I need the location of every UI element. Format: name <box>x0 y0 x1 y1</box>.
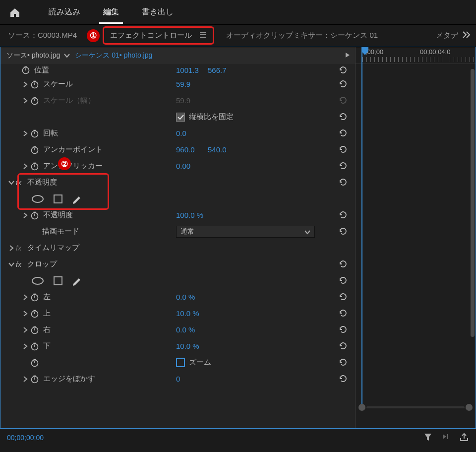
stopwatch-icon[interactable] <box>29 375 40 384</box>
ellipse-mask-icon[interactable] <box>31 276 44 285</box>
timeline-ruler[interactable]: ;00;00 00;00;04;0 <box>356 47 476 64</box>
chevron-right-icon[interactable] <box>20 310 29 318</box>
prop-crop-right-val[interactable]: 0.0 % <box>176 325 195 334</box>
reset-icon[interactable] <box>338 226 347 237</box>
prop-rotation-val[interactable]: 0.0 <box>176 129 186 137</box>
playhead-icon[interactable] <box>361 47 368 64</box>
stopwatch-icon[interactable] <box>29 211 40 220</box>
chevron-down-icon[interactable] <box>6 179 15 187</box>
reset-icon[interactable] <box>338 341 347 351</box>
stopwatch-icon[interactable] <box>29 145 40 154</box>
reset-icon[interactable] <box>338 79 347 89</box>
prop-crop-top-label: 上 <box>43 309 51 318</box>
prop-crop-bottom-val[interactable]: 10.0 % <box>176 342 199 350</box>
reset-icon[interactable] <box>338 324 347 335</box>
prop-antiflicker-val[interactable]: 0.00 <box>176 162 190 170</box>
ellipse-mask-icon[interactable] <box>31 194 44 203</box>
reset-icon[interactable] <box>338 112 347 122</box>
rect-mask-icon[interactable] <box>53 194 63 204</box>
fx-icon[interactable] <box>15 260 26 268</box>
chevron-down-icon[interactable] <box>6 260 15 268</box>
stopwatch-icon[interactable] <box>29 309 40 318</box>
prop-rotation: 回転 0.0 <box>0 125 355 141</box>
vertical-scrollbar[interactable] <box>471 69 475 337</box>
prop-position-x[interactable]: 1001.3 <box>176 66 199 74</box>
tab-export[interactable]: 書き出し <box>138 1 178 24</box>
panel-overflow-icon[interactable] <box>462 30 471 41</box>
reset-icon[interactable] <box>338 210 347 220</box>
panel-tab-source[interactable]: ソース：C0003.MP4 <box>8 31 77 40</box>
stopwatch-icon[interactable] <box>29 342 40 351</box>
pen-mask-icon[interactable] <box>72 275 83 286</box>
tab-edit[interactable]: 編集 <box>99 1 123 24</box>
stopwatch-icon[interactable] <box>29 80 40 89</box>
horizontal-scrollbar[interactable] <box>358 404 473 410</box>
fx-icon[interactable] <box>15 179 26 187</box>
prop-opacity-label: 不透明度 <box>43 210 73 220</box>
prop-anchor-y[interactable]: 540.0 <box>208 145 227 154</box>
stopwatch-icon[interactable] <box>20 65 31 74</box>
prop-opacity-val[interactable]: 100.0 % <box>176 211 203 219</box>
chevron-right-icon[interactable] <box>20 326 29 334</box>
panel-menu-icon[interactable] <box>199 31 207 40</box>
sequence-link[interactable]: シーケンス 01• photo.jpg <box>75 51 152 60</box>
prop-crop-left-val[interactable]: 0.0 % <box>176 293 195 301</box>
chevron-right-icon[interactable] <box>20 342 29 350</box>
prop-antiflicker: アンチフリッカー 0.00 <box>0 158 355 174</box>
zoom-checkbox[interactable] <box>176 358 185 367</box>
play-icon[interactable] <box>344 51 351 61</box>
filter-icon[interactable] <box>423 432 432 444</box>
prop-position-y[interactable]: 566.7 <box>208 66 227 74</box>
prop-scale-val[interactable]: 59.9 <box>176 80 190 88</box>
chevron-right-icon[interactable] <box>20 129 29 137</box>
reset-icon[interactable] <box>338 177 347 188</box>
pen-mask-icon[interactable] <box>72 194 83 204</box>
chevron-right-icon[interactable] <box>20 80 29 88</box>
chevron-right-icon[interactable] <box>6 244 15 252</box>
share-icon[interactable] <box>459 432 469 444</box>
reset-icon[interactable] <box>338 275 347 286</box>
reset-icon[interactable] <box>338 259 347 269</box>
clip-sequence-header: ソース• photo.jpg シーケンス 01• photo.jpg <box>0 47 355 64</box>
stopwatch-icon[interactable] <box>29 129 40 138</box>
reset-icon[interactable] <box>338 292 347 302</box>
stopwatch-icon[interactable] <box>29 293 40 302</box>
stopwatch-icon[interactable] <box>29 358 40 367</box>
crop-mask-tools <box>0 272 355 289</box>
timecode-display[interactable]: 00;00;00;00 <box>7 434 44 442</box>
home-icon[interactable] <box>0 7 30 18</box>
chevron-right-icon[interactable] <box>20 375 29 383</box>
reset-icon[interactable] <box>338 308 347 319</box>
reset-icon[interactable] <box>338 161 347 171</box>
prop-crop-zoom-label: ズーム <box>189 358 211 367</box>
prop-crop-zoom: ズーム <box>0 354 355 371</box>
chevron-right-icon[interactable] <box>20 293 29 301</box>
reset-icon[interactable] <box>338 144 347 155</box>
section-opacity: 不透明度 <box>0 174 355 191</box>
panel-tab-metadata[interactable]: メタデ <box>436 31 458 40</box>
reset-icon[interactable] <box>338 374 347 384</box>
lock-aspect-checkbox[interactable] <box>176 113 185 122</box>
blend-mode-dropdown[interactable]: 通常 <box>176 226 315 238</box>
panel-tab-audio-mixer[interactable]: オーディオクリップミキサー：シーケンス 01 <box>226 31 378 40</box>
prop-anchor-x[interactable]: 960.0 <box>176 145 195 154</box>
tab-import[interactable]: 読み込み <box>45 1 84 24</box>
chevron-right-icon[interactable] <box>20 162 29 170</box>
prop-scale: スケール 59.9 <box>0 76 355 92</box>
fx-icon[interactable] <box>15 244 26 252</box>
panel-tab-effect-controls[interactable]: エフェクトコントロール <box>103 26 214 45</box>
stopwatch-icon[interactable] <box>29 162 40 171</box>
reset-icon[interactable] <box>338 357 347 368</box>
prop-crop-top-val[interactable]: 10.0 % <box>176 309 199 318</box>
stopwatch-icon[interactable] <box>29 325 40 334</box>
play-to-icon[interactable] <box>441 432 450 444</box>
playhead-line[interactable] <box>361 47 362 404</box>
chevron-right-icon[interactable] <box>20 211 29 219</box>
prop-crop-edge-val[interactable]: 0 <box>176 375 180 383</box>
reset-icon <box>338 95 347 106</box>
reset-icon[interactable] <box>338 65 347 75</box>
reset-icon[interactable] <box>338 128 347 138</box>
chevron-down-icon[interactable] <box>63 52 70 60</box>
effect-controls-left: ソース• photo.jpg シーケンス 01• photo.jpg 位置 10… <box>0 47 355 428</box>
rect-mask-icon[interactable] <box>53 276 63 286</box>
